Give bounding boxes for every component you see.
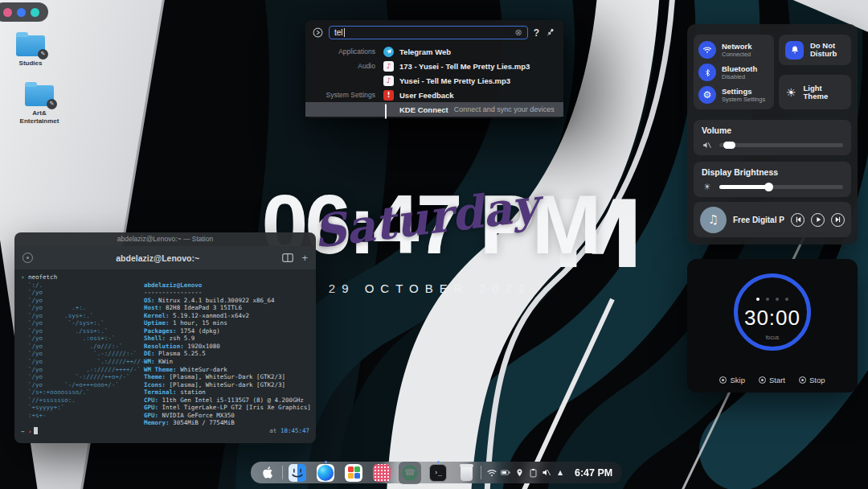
start-button[interactable]: Start (759, 376, 785, 384)
dock-apple-menu[interactable] (259, 464, 276, 482)
desktop: M ✎ Studies ✎ Art& Entertainmet 06:47 PM… (0, 0, 868, 489)
session-dots (687, 298, 858, 301)
new-tab-button[interactable]: + (301, 253, 308, 263)
dock-trash[interactable] (457, 464, 475, 482)
result-category: Applications (305, 47, 383, 55)
system-tray: ▲ (487, 468, 565, 478)
neofetch-output: `:/. `/yo `/yo `/yo .+:. `/yo .sys+:.` `… (21, 281, 309, 427)
play-button[interactable] (811, 213, 825, 227)
maximize-button[interactable] (31, 8, 39, 17)
timer-mode: focus (687, 335, 858, 340)
dock-music-app[interactable] (373, 464, 391, 482)
caret-up-icon[interactable]: ▲ (555, 468, 565, 478)
pomodoro-widget: 30:00 focus Skip Start Stop (687, 259, 858, 392)
trash-icon (461, 466, 473, 481)
result-label: 173 - Yusei - Tell Me Pretty Lies.mp3 (399, 62, 530, 71)
dock-divider (481, 466, 481, 479)
terminal-icon: ›_ (429, 464, 447, 482)
search-query: tel (334, 28, 343, 37)
running-indicator (437, 461, 440, 463)
tab-icon[interactable] (23, 253, 33, 263)
krunner-result[interactable]: Audio♪173 - Yusei - Tell Me Pretty Lies.… (305, 59, 563, 73)
result-label: Telegram Web (399, 47, 451, 56)
battery-icon[interactable] (501, 468, 510, 478)
brightness-slider[interactable] (719, 185, 843, 189)
volume-slider-knob[interactable] (723, 142, 735, 149)
music-note-icon: ♫ (700, 207, 727, 233)
close-button[interactable] (3, 8, 12, 17)
text-cursor (34, 427, 38, 434)
dock-app-launcher[interactable] (345, 464, 362, 482)
volume-slider[interactable] (719, 143, 843, 147)
wifi-icon[interactable] (487, 468, 497, 478)
light-theme-tile[interactable]: ☀ Light Theme (779, 75, 851, 109)
pin-icon[interactable] (545, 27, 555, 38)
telegram-icon (383, 47, 394, 57)
krunner-result[interactable]: ApplicationsTelegram Web (305, 44, 563, 59)
apple-icon (261, 465, 275, 480)
bluetooth-icon (698, 64, 716, 81)
dock-finder[interactable] (289, 464, 306, 482)
kdeconnect-icon (383, 105, 394, 115)
timer-buttons: Skip Start Stop (687, 376, 858, 384)
dock-terminal-app[interactable]: ›_ (429, 464, 447, 482)
session-dot (785, 298, 788, 301)
dock-whatsapp[interactable]: ☎ (401, 464, 419, 482)
folder-art-entertainment[interactable]: ✎ Art& Entertainmet (14, 80, 64, 125)
result-category: System Settings (305, 91, 383, 99)
feedback-icon: ! (383, 90, 394, 101)
folder-icon: ✎ (25, 85, 54, 106)
folder-studies[interactable]: ✎ Studies (8, 31, 53, 68)
split-view-icon[interactable] (282, 253, 293, 262)
grid-icon (345, 464, 362, 482)
neofetch-ascii-logo: `:/. `/yo `/yo `/yo .+:. `/yo .sys+:.` `… (21, 281, 144, 427)
neofetch-info: abdelaziz@Lenovo----------------OS: Nitr… (144, 281, 311, 427)
terminal-titlebar[interactable]: abdelaziz@Lenovo:~ — Station (14, 232, 316, 246)
krunner-icon (313, 27, 323, 38)
settings-tile[interactable]: ⚙ SettingsSystem Settings (698, 84, 769, 106)
heart-grid-icon (373, 464, 391, 482)
result-label: Yusei - Tell Me Pretty Lies.mp3 (399, 76, 510, 85)
folder-label: Art& Entertainmet (14, 109, 64, 125)
terminal-tab-title[interactable]: abdelaziz@Lenovo:~ (33, 253, 282, 263)
location-icon[interactable] (514, 468, 524, 478)
krunner-result[interactable]: System Settings!User Feedback (305, 88, 563, 102)
stop-button[interactable]: Stop (799, 376, 825, 384)
media-player-card: ♫ Free Digital Paintin... (694, 202, 851, 237)
dock: ☎›_ ▲ 6:47 PM (251, 462, 622, 483)
next-track-button[interactable] (831, 213, 845, 227)
skip-button[interactable]: Skip (719, 376, 744, 384)
bluetooth-tile[interactable]: BluetoothDisabled (698, 61, 769, 84)
running-indicator (325, 461, 327, 463)
whatsapp-icon: ☎ (402, 465, 418, 481)
volume-muted-icon[interactable] (702, 140, 713, 150)
brightness-card: Display Brightness ☀ (694, 162, 851, 197)
media-title: Free Digital Paintin... (733, 216, 784, 224)
bell-icon (785, 41, 804, 60)
finder-icon (289, 464, 306, 482)
search-input[interactable]: tel ⊗ (329, 26, 528, 39)
start-icon (759, 376, 766, 384)
tray-clock[interactable]: 6:47 PM (575, 467, 612, 479)
brightness-slider-knob[interactable] (764, 183, 773, 191)
volume-muted-icon[interactable] (542, 468, 551, 478)
edge-icon (317, 464, 334, 482)
session-dot (756, 298, 760, 301)
terminal-body[interactable]: › neofetch `:/. `/yo `/yo `/yo .+:. `/yo… (14, 269, 316, 443)
do-not-disturb-tile[interactable]: Do Not Disturb (779, 35, 851, 65)
session-dot (776, 298, 779, 301)
dock-edge-browser[interactable] (317, 464, 334, 482)
clear-search-icon[interactable]: ⊗ (514, 28, 522, 37)
minimize-button[interactable] (17, 8, 26, 17)
text-cursor (344, 28, 345, 37)
krunner-result[interactable]: KDE ConnectConnect and sync your devices (305, 102, 563, 117)
wifi-icon (698, 41, 716, 59)
help-button[interactable]: ? (534, 27, 539, 39)
previous-track-button[interactable] (791, 213, 805, 227)
sun-icon: ☀ (786, 86, 796, 99)
timer-time: 30:00 (687, 306, 858, 331)
clipboard-icon[interactable] (528, 468, 538, 478)
krunner-result[interactable]: ♪Yusei - Tell Me Pretty Lies.mp3 (305, 73, 563, 88)
brightness-icon: ☀ (702, 182, 713, 192)
network-tile[interactable]: NetworkConnected (698, 39, 769, 61)
